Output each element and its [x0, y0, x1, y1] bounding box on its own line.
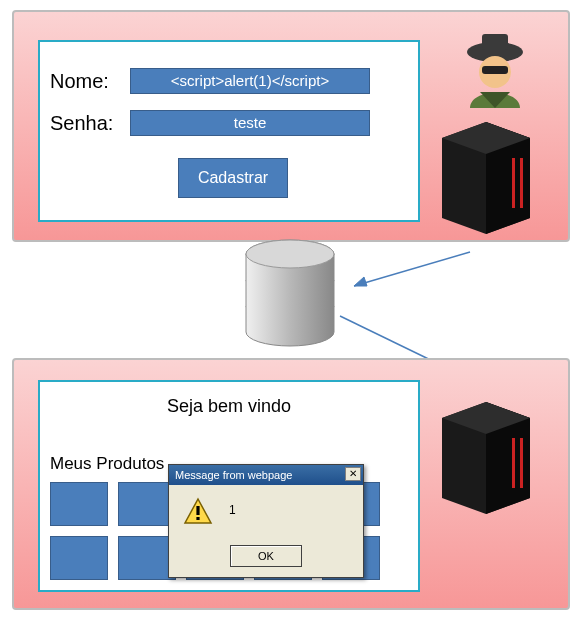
warning-icon	[183, 497, 213, 525]
password-row: Senha: teste	[50, 108, 410, 138]
password-label: Senha:	[50, 112, 130, 135]
dialog-footer: OK	[169, 545, 363, 567]
svg-rect-16	[520, 438, 523, 488]
svg-marker-9	[354, 277, 367, 286]
products-heading: Meus Produtos	[50, 454, 164, 474]
svg-rect-3	[482, 66, 508, 74]
welcome-text: Seja bem vindo	[40, 396, 418, 417]
alert-dialog: Message from webpage ✕ 1 OK	[168, 464, 364, 578]
signup-form: Nome: <script>alert(1)</script> Senha: t…	[38, 40, 420, 222]
attacker-icon	[456, 30, 534, 108]
server-icon	[434, 398, 538, 514]
name-field[interactable]: <script>alert(1)</script>	[130, 68, 370, 94]
svg-point-7	[246, 240, 334, 268]
dialog-message: 1	[229, 503, 236, 517]
name-label: Nome:	[50, 70, 130, 93]
name-row: Nome: <script>alert(1)</script>	[50, 66, 410, 96]
password-field[interactable]: teste	[130, 110, 370, 136]
svg-rect-15	[512, 438, 515, 488]
dialog-titlebar: Message from webpage ✕	[169, 465, 363, 485]
attack-input-panel: Nome: <script>alert(1)</script> Senha: t…	[12, 10, 570, 242]
svg-rect-13	[196, 506, 199, 515]
arrow-form-to-server	[340, 246, 480, 296]
attack-result-panel: Seja bem vindo Meus Produtos Message fro…	[12, 358, 570, 610]
product-item[interactable]	[50, 536, 108, 580]
dialog-body: 1	[169, 485, 363, 545]
svg-rect-4	[512, 158, 515, 208]
victim-page: Seja bem vindo Meus Produtos Message fro…	[38, 380, 420, 592]
dialog-ok-button[interactable]: OK	[230, 545, 302, 567]
database-icon	[240, 238, 340, 348]
svg-line-8	[354, 252, 470, 286]
dialog-title-text: Message from webpage	[175, 469, 292, 481]
dialog-close-button[interactable]: ✕	[345, 467, 361, 481]
server-icon	[434, 118, 538, 234]
product-item[interactable]	[50, 482, 108, 526]
svg-rect-5	[520, 158, 523, 208]
submit-button[interactable]: Cadastrar	[178, 158, 288, 198]
svg-rect-14	[196, 517, 199, 520]
svg-rect-1	[482, 34, 508, 50]
